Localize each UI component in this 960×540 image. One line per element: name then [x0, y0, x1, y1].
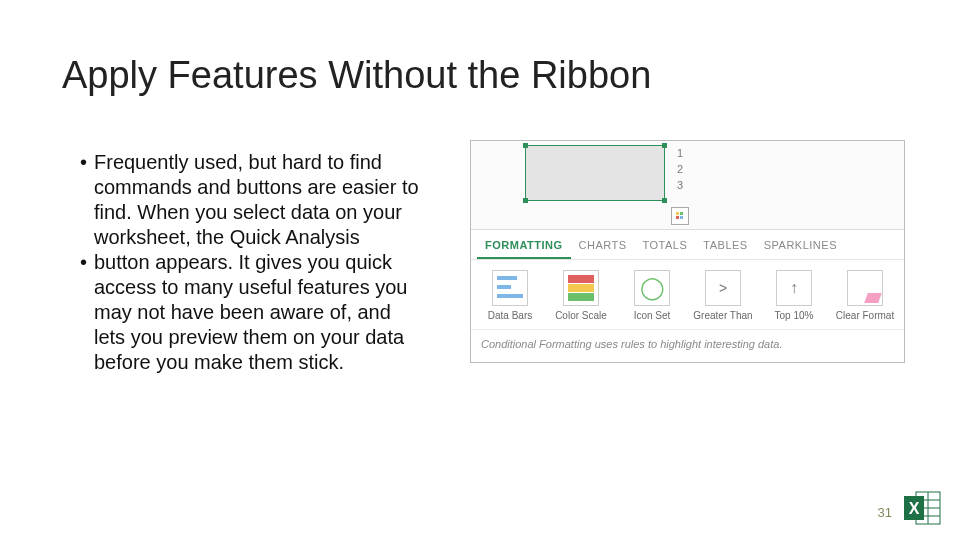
option-greater-than[interactable]: Greater Than	[692, 270, 754, 321]
data-bars-icon	[492, 270, 528, 306]
page-title: Apply Features Without the Ribbon	[62, 54, 651, 97]
list-item: • Frequently used, but hard to find comm…	[80, 150, 425, 250]
color-scale-icon	[563, 270, 599, 306]
option-color-scale[interactable]: Color Scale	[550, 270, 612, 321]
top-percent-icon	[776, 270, 812, 306]
bullet-icon: •	[80, 150, 94, 250]
option-icon-set[interactable]: ◯ Icon Set	[621, 270, 683, 321]
option-clear-format[interactable]: Clear Format	[834, 270, 896, 321]
formatting-options: Data Bars Color Scale ◯ Icon Set Greater…	[471, 260, 904, 329]
bullet-text: button appears. It gives you quick acces…	[94, 250, 425, 375]
option-top-ten[interactable]: Top 10%	[763, 270, 825, 321]
option-label: Color Scale	[550, 310, 612, 321]
tab-tables[interactable]: TABLES	[695, 234, 755, 259]
row-number: 3	[673, 177, 683, 193]
svg-rect-1	[676, 212, 679, 215]
bullet-icon: •	[80, 250, 94, 375]
svg-rect-2	[680, 212, 683, 215]
formatting-hint: Conditional Formatting uses rules to hig…	[471, 329, 904, 362]
excel-logo-icon: X	[902, 488, 942, 528]
option-data-bars[interactable]: Data Bars	[479, 270, 541, 321]
quick-analysis-tabs: FORMATTING CHARTS TOTALS TABLES SPARKLIN…	[471, 229, 904, 260]
svg-text:X: X	[909, 500, 920, 517]
quick-analysis-button[interactable]	[671, 207, 689, 225]
row-number: 2	[673, 161, 683, 177]
tab-totals[interactable]: TOTALS	[635, 234, 696, 259]
tab-sparklines[interactable]: SPARKLINES	[756, 234, 845, 259]
worksheet-selection-area: 1 2 3	[471, 141, 904, 229]
svg-rect-4	[680, 216, 683, 219]
tab-charts[interactable]: CHARTS	[571, 234, 635, 259]
quick-analysis-screenshot: 1 2 3 FORMATTING CHARTS TOTALS TABLES SP…	[470, 140, 905, 363]
list-item: • button appears. It gives you quick acc…	[80, 250, 425, 375]
row-numbers: 1 2 3	[673, 145, 683, 193]
option-label: Icon Set	[621, 310, 683, 321]
eraser-icon	[847, 270, 883, 306]
option-label: Clear Format	[834, 310, 896, 321]
option-label: Greater Than	[692, 310, 754, 321]
body-text: • Frequently used, but hard to find comm…	[80, 150, 425, 375]
page-number: 31	[878, 505, 892, 520]
selected-range	[525, 145, 665, 201]
lightning-icon	[675, 211, 685, 221]
option-label: Top 10%	[763, 310, 825, 321]
greater-than-icon	[705, 270, 741, 306]
bullet-text: Frequently used, but hard to find comman…	[94, 150, 425, 250]
svg-rect-3	[676, 216, 679, 219]
tab-formatting[interactable]: FORMATTING	[477, 234, 571, 259]
option-label: Data Bars	[479, 310, 541, 321]
icon-set-icon: ◯	[634, 270, 670, 306]
row-number: 1	[673, 145, 683, 161]
